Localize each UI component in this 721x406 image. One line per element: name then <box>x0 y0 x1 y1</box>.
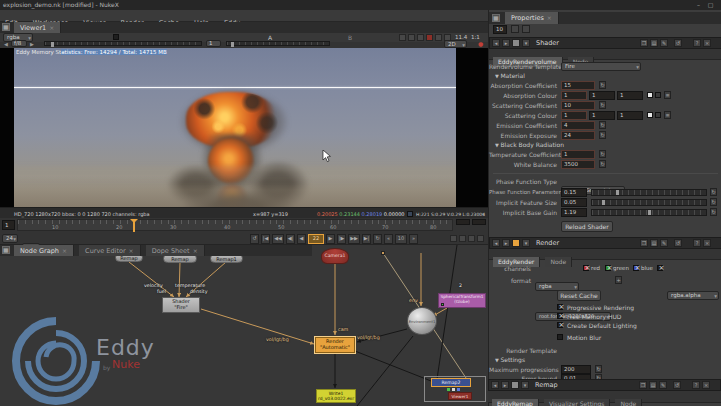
animation-menu-icon[interactable]: ↻ <box>599 131 606 139</box>
colour-swatch-icon[interactable] <box>647 112 653 118</box>
animation-menu-icon[interactable]: ↻ <box>599 81 606 89</box>
record-icon[interactable]: ● <box>478 40 483 47</box>
animation-menu-icon[interactable]: ↻ <box>595 365 602 373</box>
close-icon[interactable]: × <box>129 247 134 254</box>
viewer-icon-2[interactable] <box>408 34 415 41</box>
colour-picker-icon[interactable] <box>655 112 661 118</box>
close-icon[interactable]: × <box>193 247 198 254</box>
viewer-canvas[interactable]: Eddy Memory Statistics: Free: 14294 / To… <box>0 48 488 207</box>
reload-shader-button[interactable]: Reload Shader <box>561 221 613 232</box>
node-viewer1[interactable]: Viewer1 <box>448 392 472 400</box>
alpha-channel-select[interactable]: rgba.alpha <box>667 291 719 300</box>
prev-node-icon[interactable]: ◂ <box>491 381 499 389</box>
animation-menu-icon[interactable]: ↻ <box>599 101 606 109</box>
pencil-icon[interactable]: ✎ <box>659 381 667 389</box>
dot-node[interactable] <box>381 251 385 255</box>
close-icon[interactable]: × <box>62 247 67 254</box>
fps-select[interactable]: 24 <box>2 234 18 243</box>
gamma-box[interactable]: 1 <box>206 40 221 47</box>
sliders-icon[interactable]: ≡ <box>664 111 671 119</box>
float-panel-icon[interactable]: ❐ <box>640 39 648 47</box>
scattering-colour-r[interactable]: 1 <box>561 111 587 120</box>
step-back-icon[interactable]: ◀| <box>286 234 295 244</box>
scattering-coefficient-input[interactable]: 10 <box>561 101 595 110</box>
tab-eddyremap[interactable]: EddyRemap <box>492 399 539 406</box>
tab-remap-node[interactable]: Node <box>615 399 642 406</box>
red-channel-checkbox[interactable] <box>583 265 589 271</box>
tab-visualizer-settings[interactable]: Visualizer Settings <box>544 399 610 406</box>
implicit-feature-size-slider[interactable] <box>591 199 707 206</box>
close-panel-icon[interactable]: × <box>703 239 711 247</box>
close-panel-icon[interactable]: × <box>702 381 710 389</box>
help-icon[interactable]: ? <box>692 381 700 389</box>
panel-menu-icon[interactable]: ▾ <box>522 239 530 247</box>
animation-menu-icon[interactable]: ↻ <box>710 198 717 206</box>
panel-menu-icon[interactable]: ▾ <box>521 381 529 389</box>
revert-icon[interactable]: ↺ <box>673 381 681 389</box>
pencil-icon[interactable]: ✎ <box>660 39 668 47</box>
step-fwd-icon[interactable]: |▶ <box>337 234 346 244</box>
implicit-base-gain-input[interactable]: 1.19 <box>561 208 587 217</box>
node-camera1[interactable]: Camera1 <box>321 248 349 264</box>
capture-icon[interactable] <box>459 235 466 242</box>
tab-dope-sheet[interactable]: Dope Sheet× <box>146 245 205 256</box>
export-icon[interactable] <box>477 235 484 242</box>
tab-viewer1[interactable]: Viewer1× <box>14 22 61 33</box>
absorption-colour-g[interactable]: 1 <box>589 91 615 100</box>
tab-properties[interactable]: Properties× <box>505 12 559 24</box>
range-start-box[interactable]: 1 <box>2 220 15 230</box>
panel-menu-icon[interactable]: ▾ <box>522 39 530 47</box>
pin-icon[interactable] <box>511 25 519 33</box>
range-end-box[interactable] <box>456 219 470 225</box>
status-caret-icon[interactable]: ▾ <box>482 211 485 217</box>
skip-fwd-icon[interactable]: » <box>409 234 418 244</box>
loop-icon[interactable]: ↺ <box>250 234 259 244</box>
help-icon[interactable]: ? <box>693 239 701 247</box>
green-channel-checkbox[interactable] <box>605 265 611 271</box>
colour-picker-icon[interactable] <box>655 92 661 98</box>
phase-function-parameter-slider[interactable] <box>591 189 707 196</box>
scattering-colour-b[interactable]: 1 <box>617 111 643 120</box>
animation-menu-icon[interactable]: ↻ <box>599 121 606 129</box>
implicit-base-gain-slider[interactable] <box>591 209 707 216</box>
group-settings[interactable]: Settings <box>495 356 525 363</box>
sliders-icon[interactable]: ≡ <box>664 91 671 99</box>
play-back-icon[interactable]: ◀ <box>297 234 306 244</box>
group-black-body[interactable]: Black Body Radiation <box>495 141 564 148</box>
pencil-icon[interactable]: ✎ <box>660 239 668 247</box>
emission-coefficient-input[interactable]: 4 <box>561 121 595 130</box>
alpha-channel-checkbox[interactable] <box>657 265 663 271</box>
play-icon[interactable]: ▶ <box>326 234 335 244</box>
revert-icon[interactable]: ↺ <box>674 39 682 47</box>
clear-panels-icon[interactable] <box>522 25 530 33</box>
next-keyframe-icon[interactable]: ▶▶ <box>348 234 360 244</box>
goto-end-icon[interactable]: ▶| <box>362 234 371 244</box>
timeline-ruler[interactable]: 10 20 30 40 50 60 70 80 <box>17 219 453 231</box>
prev-node-icon[interactable]: ◂ <box>492 239 500 247</box>
loop-mode-icon[interactable]: ↻ <box>373 234 382 244</box>
node-environment-sphere[interactable]: Environment1 <box>407 307 437 335</box>
viewer-icon-4[interactable] <box>435 34 442 41</box>
animation-menu-icon[interactable]: ↻ <box>710 188 717 196</box>
revert-icon[interactable]: ↺ <box>674 239 682 247</box>
phase-function-parameter-input[interactable]: 0.15 <box>561 188 587 197</box>
create-default-lighting-checkbox[interactable] <box>557 322 563 328</box>
pane-menu-icon[interactable] <box>2 246 10 254</box>
float-panel-icon[interactable]: ❐ <box>640 239 648 247</box>
rendervolume-template-select[interactable]: Fire <box>561 62 641 71</box>
flipbook-icon[interactable] <box>450 235 457 242</box>
gain-next-icon[interactable]: ▶ <box>30 41 34 47</box>
prev-keyframe-icon[interactable]: ◀◀ <box>272 234 284 244</box>
viewer-icon-1[interactable] <box>399 34 406 41</box>
node-write1[interactable]: Write1rd_v03.0022.exr <box>316 389 356 403</box>
node-graph-canvas[interactable]: Eddy by Nuke velocity fuel temperat <box>0 245 488 406</box>
tab-curve-editor[interactable]: Curve Editor× <box>79 245 141 256</box>
bookmark-icon[interactable]: ▤ <box>650 39 658 47</box>
gain-slider[interactable] <box>44 41 202 46</box>
temperature-coefficient-input[interactable]: 1 <box>561 150 595 159</box>
implicit-feature-size-input[interactable]: 0.05 <box>561 198 587 207</box>
playhead-marker[interactable] <box>130 219 138 223</box>
tab-node-graph[interactable]: Node Graph× <box>14 245 74 256</box>
maximum-progressions-input[interactable]: 200 <box>561 365 591 374</box>
node-color-chip[interactable] <box>512 239 520 247</box>
